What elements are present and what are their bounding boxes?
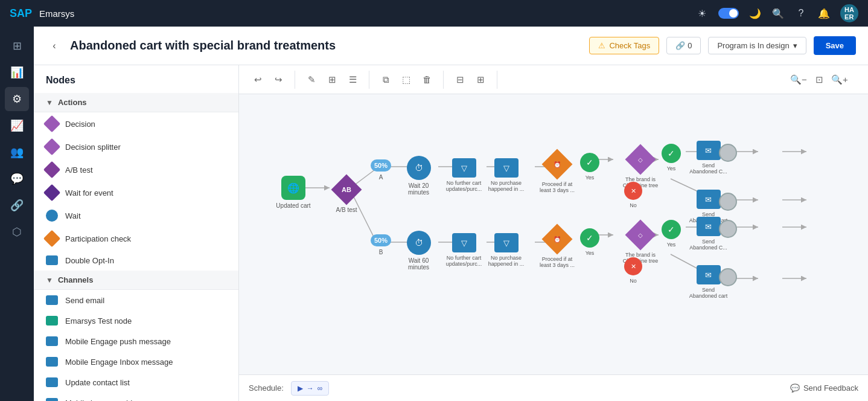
node-filter4[interactable]: ▽ No purchase happened in ...	[487, 233, 526, 267]
save-button[interactable]: Save	[814, 36, 856, 55]
yes3-label: Yes	[586, 250, 595, 256]
body-split: Nodes ▼ Actions Decision Decision splitt…	[34, 65, 868, 401]
comment-button[interactable]: ☰	[343, 71, 362, 89]
search-icon[interactable]: 🔍	[771, 7, 785, 20]
edit-button[interactable]: ✎	[302, 71, 321, 89]
node-badge-b[interactable]: 50% B	[371, 234, 391, 255]
canvas-view[interactable]: 🌐 Updated cart AB A/B test 50%	[239, 94, 868, 374]
link-count: 0	[688, 41, 692, 50]
node-filter3[interactable]: ▽ No further cart updates/purc...	[444, 233, 483, 267]
send-feedback-button[interactable]: 💬 Send Feedback	[790, 383, 858, 393]
zoom-in-button[interactable]: 🔍+	[831, 71, 849, 89]
actions-section-header[interactable]: ▼ Actions	[34, 93, 238, 112]
node-filter2[interactable]: ▽ No purchase happened in ...	[487, 158, 526, 192]
channels-section-label: Channels	[58, 275, 94, 284]
node-no1[interactable]: ✕ No	[624, 182, 642, 208]
undo-button[interactable]: ↩	[249, 71, 267, 89]
ab-test-canvas-label: A/B test	[328, 207, 365, 213]
nodes-panel-title: Nodes	[34, 75, 238, 93]
warning-icon: ⚠	[598, 41, 605, 50]
program-status[interactable]: Program is In design ▾	[708, 37, 806, 54]
channels-section-header[interactable]: ▼ Channels	[34, 271, 238, 290]
yes2-label: Yes	[667, 165, 676, 172]
theme-toggle[interactable]	[718, 8, 739, 19]
node-yes3[interactable]: ✓ Yes	[580, 228, 599, 256]
copy-button[interactable]: ⧉	[377, 71, 395, 89]
node-decision-splitter[interactable]: Decision splitter	[34, 135, 238, 158]
node-yes2[interactable]: ✓ Yes	[662, 144, 681, 172]
link-badge[interactable]: 🔗 0	[666, 37, 701, 54]
bell-icon[interactable]: 🔔	[817, 7, 831, 20]
node-wait-60[interactable]: ⏱ Wait 60 minutes	[399, 231, 438, 271]
node-badge-a[interactable]: 50% A	[371, 159, 391, 181]
sun-icon[interactable]: ☀	[695, 7, 709, 20]
node-mobile-in-add-label: Mobile in-app - add	[65, 399, 132, 402]
avatar[interactable]: HAER	[840, 4, 858, 22]
nav-home[interactable]: ⊞	[5, 34, 29, 58]
node-participation-check[interactable]: Participation check	[34, 227, 238, 250]
filter1-label: No further cart updates/purc...	[444, 180, 483, 192]
node-filter1[interactable]: ▽ No further cart updates/purc...	[444, 158, 483, 192]
zoom-out-button[interactable]: 🔍−	[790, 71, 808, 89]
moon-icon[interactable]: 🌙	[748, 7, 762, 20]
node-decision[interactable]: Decision	[34, 112, 238, 135]
node-mobile-push[interactable]: Mobile Engage push message	[34, 331, 238, 351]
zoom-group: 🔍− ⊡ 🔍+	[790, 71, 856, 89]
nav-settings[interactable]: ⚙	[5, 87, 29, 111]
nav-extensions[interactable]: ⬡	[5, 220, 29, 244]
grid-button[interactable]: ⊞	[471, 71, 490, 89]
content-area: ‹ Abandoned cart with special brand trea…	[34, 27, 868, 401]
help-icon[interactable]: ?	[794, 7, 808, 20]
node-emarsys-test[interactable]: Emarsys Test node	[34, 310, 238, 331]
paste-button[interactable]: ⬚	[397, 71, 415, 89]
node-end2[interactable]	[719, 193, 737, 211]
delete-button[interactable]: 🗑	[418, 71, 436, 89]
infinity-icon: ∞	[318, 384, 323, 393]
node-mobile-in-add[interactable]: Mobile in-app - add	[34, 393, 238, 401]
redo-button[interactable]: ↪	[269, 71, 287, 89]
nav-segments[interactable]: 👥	[5, 140, 29, 164]
zoom-reset-button[interactable]: ⊡	[810, 71, 828, 89]
node-end1[interactable]	[719, 144, 737, 162]
node-double-opt-in[interactable]: Double Opt-In	[34, 250, 238, 271]
node-end3[interactable]	[719, 220, 737, 238]
node-proceed1[interactable]: ⏰ Proceed if at least 3 days ...	[536, 153, 578, 193]
nav-dashboard[interactable]: 📊	[5, 60, 29, 85]
participation-check-icon	[43, 230, 60, 247]
nav-chat[interactable]: 💬	[5, 167, 29, 191]
node-proceed2[interactable]: ⏰ Proceed if at least 3 days ...	[536, 228, 578, 268]
node-update-contact[interactable]: Update contact list	[34, 372, 238, 393]
send-c2-label: Send Abandoned C...	[689, 239, 728, 251]
check-tags-button[interactable]: ⚠ Check Tags	[589, 37, 659, 54]
node-yes1[interactable]: ✓ Yes	[580, 153, 599, 181]
chevron-icon: ▼	[46, 98, 53, 107]
node-ab-test-label: A/B test	[65, 165, 93, 175]
nav-integrations[interactable]: 🔗	[5, 193, 29, 217]
node-ab-test[interactable]: A/B test	[34, 158, 238, 181]
badge-b-label: B	[379, 249, 383, 255]
nav-icons: ☀ 🌙 🔍 ? 🔔 HAER	[695, 4, 858, 22]
node-wait-20[interactable]: ⏱ Wait 20 minutes	[399, 156, 438, 196]
node-yes4[interactable]: ✓ Yes	[662, 220, 681, 248]
wait-for-event-icon	[43, 184, 60, 201]
link-icon: 🔗	[675, 41, 685, 50]
node-wait[interactable]: Wait	[34, 204, 238, 227]
node-mobile-inbox[interactable]: Mobile Engage Inbox message	[34, 351, 238, 372]
wait-60-label: Wait 60 minutes	[399, 257, 438, 271]
back-button[interactable]: ‹	[46, 37, 63, 54]
wait-20-label: Wait 20 minutes	[399, 182, 438, 196]
node-emarsys-test-label: Emarsys Test node	[65, 316, 132, 326]
canvas-area: ↩ ↪ ✎ ⊞ ☰ ⧉ ⬚ 🗑 ⊟ ⊞	[239, 65, 868, 401]
node-send-email[interactable]: Send email	[34, 290, 238, 310]
nav-reports[interactable]: 📈	[5, 114, 29, 138]
actions-section-label: Actions	[58, 98, 87, 107]
node-wait-for-event[interactable]: Wait for event	[34, 181, 238, 204]
node-ab-test-canvas[interactable]: AB A/B test	[328, 179, 365, 213]
schedule-badge[interactable]: ▶ → ∞	[291, 381, 330, 396]
node-end4[interactable]	[719, 268, 737, 286]
select-button[interactable]: ⊞	[323, 71, 341, 89]
decision-icon	[43, 115, 60, 132]
node-no2[interactable]: ✕ No	[624, 257, 642, 284]
layout-button[interactable]: ⊟	[451, 71, 469, 89]
node-updated-cart[interactable]: 🌐 Updated cart	[275, 176, 311, 209]
